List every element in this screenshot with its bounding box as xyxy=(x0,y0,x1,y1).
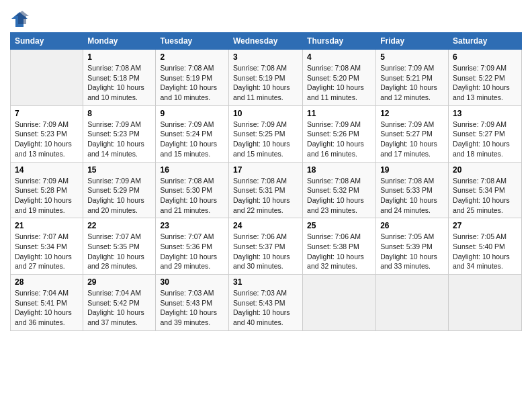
day-cell: 29Sunrise: 7:04 AMSunset: 5:42 PMDayligh… xyxy=(83,275,156,331)
day-number: 9 xyxy=(160,109,224,118)
day-cell: 5Sunrise: 7:09 AMSunset: 5:21 PMDaylight… xyxy=(376,50,449,106)
day-number: 21 xyxy=(15,221,79,230)
day-cell: 12Sunrise: 7:09 AMSunset: 5:27 PMDayligh… xyxy=(376,105,449,162)
day-number: 23 xyxy=(160,221,224,230)
day-number: 26 xyxy=(380,221,444,230)
day-info: Sunrise: 7:09 AMSunset: 5:27 PMDaylight:… xyxy=(453,120,517,159)
day-info: Sunrise: 7:07 AMSunset: 5:36 PMDaylight:… xyxy=(160,232,224,271)
day-number: 14 xyxy=(15,165,79,175)
day-cell: 17Sunrise: 7:08 AMSunset: 5:31 PMDayligh… xyxy=(228,162,302,218)
day-number: 7 xyxy=(15,109,79,118)
day-info: Sunrise: 7:09 AMSunset: 5:26 PMDaylight:… xyxy=(307,120,371,159)
day-info: Sunrise: 7:08 AMSunset: 5:18 PMDaylight:… xyxy=(87,63,151,103)
day-number: 6 xyxy=(453,52,517,62)
day-cell: 18Sunrise: 7:08 AMSunset: 5:32 PMDayligh… xyxy=(303,162,376,218)
day-number: 27 xyxy=(453,221,517,230)
day-info: Sunrise: 7:08 AMSunset: 5:32 PMDaylight:… xyxy=(307,176,371,216)
day-number: 15 xyxy=(87,165,151,175)
logo-icon xyxy=(10,9,29,28)
col-header-wednesday: Wednesday xyxy=(228,33,302,50)
day-info: Sunrise: 7:04 AMSunset: 5:41 PMDaylight:… xyxy=(15,288,79,328)
day-cell: 6Sunrise: 7:09 AMSunset: 5:22 PMDaylight… xyxy=(449,50,522,106)
day-cell: 25Sunrise: 7:06 AMSunset: 5:38 PMDayligh… xyxy=(303,218,376,275)
day-info: Sunrise: 7:04 AMSunset: 5:42 PMDaylight:… xyxy=(87,288,151,328)
day-cell: 3Sunrise: 7:08 AMSunset: 5:19 PMDaylight… xyxy=(228,50,302,106)
day-cell: 20Sunrise: 7:08 AMSunset: 5:34 PMDayligh… xyxy=(449,162,522,218)
day-info: Sunrise: 7:03 AMSunset: 5:43 PMDaylight:… xyxy=(160,288,224,328)
day-info: Sunrise: 7:09 AMSunset: 5:22 PMDaylight:… xyxy=(453,63,517,103)
day-number: 10 xyxy=(233,109,298,118)
day-number: 3 xyxy=(233,52,298,62)
day-cell: 7Sunrise: 7:09 AMSunset: 5:23 PMDaylight… xyxy=(11,105,83,162)
day-info: Sunrise: 7:08 AMSunset: 5:33 PMDaylight:… xyxy=(380,176,444,216)
day-number: 30 xyxy=(160,277,224,287)
day-cell: 24Sunrise: 7:06 AMSunset: 5:37 PMDayligh… xyxy=(228,218,302,275)
day-cell: 26Sunrise: 7:05 AMSunset: 5:39 PMDayligh… xyxy=(376,218,449,275)
day-number: 17 xyxy=(233,165,298,175)
col-header-sunday: Sunday xyxy=(11,33,83,50)
day-number: 24 xyxy=(233,221,298,230)
day-info: Sunrise: 7:06 AMSunset: 5:37 PMDaylight:… xyxy=(233,232,298,271)
day-cell xyxy=(449,275,522,331)
day-cell: 10Sunrise: 7:09 AMSunset: 5:25 PMDayligh… xyxy=(228,105,302,162)
day-number: 2 xyxy=(160,52,224,62)
day-cell: 2Sunrise: 7:08 AMSunset: 5:19 PMDaylight… xyxy=(156,50,229,106)
day-cell: 13Sunrise: 7:09 AMSunset: 5:27 PMDayligh… xyxy=(449,105,522,162)
week-row-4: 21Sunrise: 7:07 AMSunset: 5:34 PMDayligh… xyxy=(11,218,522,275)
day-number: 28 xyxy=(15,277,79,287)
day-info: Sunrise: 7:09 AMSunset: 5:28 PMDaylight:… xyxy=(15,176,79,216)
day-info: Sunrise: 7:03 AMSunset: 5:43 PMDaylight:… xyxy=(233,288,298,328)
day-cell: 27Sunrise: 7:05 AMSunset: 5:40 PMDayligh… xyxy=(449,218,522,275)
day-info: Sunrise: 7:09 AMSunset: 5:27 PMDaylight:… xyxy=(380,120,444,159)
day-cell xyxy=(376,275,449,331)
day-number: 11 xyxy=(307,109,371,118)
day-cell: 14Sunrise: 7:09 AMSunset: 5:28 PMDayligh… xyxy=(11,162,83,218)
day-number: 1 xyxy=(87,52,151,62)
day-number: 22 xyxy=(87,221,151,230)
day-number: 19 xyxy=(380,165,444,175)
day-info: Sunrise: 7:09 AMSunset: 5:23 PMDaylight:… xyxy=(87,120,151,159)
day-info: Sunrise: 7:09 AMSunset: 5:24 PMDaylight:… xyxy=(160,120,224,159)
day-number: 8 xyxy=(87,109,151,118)
day-info: Sunrise: 7:08 AMSunset: 5:30 PMDaylight:… xyxy=(160,176,224,216)
day-cell: 23Sunrise: 7:07 AMSunset: 5:36 PMDayligh… xyxy=(156,218,229,275)
day-info: Sunrise: 7:09 AMSunset: 5:25 PMDaylight:… xyxy=(233,120,298,159)
day-number: 16 xyxy=(160,165,224,175)
week-row-1: 1Sunrise: 7:08 AMSunset: 5:18 PMDaylight… xyxy=(11,50,522,106)
col-header-saturday: Saturday xyxy=(449,33,522,50)
day-info: Sunrise: 7:06 AMSunset: 5:38 PMDaylight:… xyxy=(307,232,371,271)
day-cell: 22Sunrise: 7:07 AMSunset: 5:35 PMDayligh… xyxy=(83,218,156,275)
day-info: Sunrise: 7:09 AMSunset: 5:29 PMDaylight:… xyxy=(87,176,151,216)
week-row-2: 7Sunrise: 7:09 AMSunset: 5:23 PMDaylight… xyxy=(11,105,522,162)
day-cell xyxy=(303,275,376,331)
day-info: Sunrise: 7:05 AMSunset: 5:40 PMDaylight:… xyxy=(453,232,517,271)
calendar-table: SundayMondayTuesdayWednesdayThursdayFrid… xyxy=(10,32,522,331)
col-header-monday: Monday xyxy=(83,33,156,50)
day-number: 13 xyxy=(453,109,517,118)
day-number: 20 xyxy=(453,165,517,175)
day-cell: 31Sunrise: 7:03 AMSunset: 5:43 PMDayligh… xyxy=(228,275,302,331)
day-cell: 8Sunrise: 7:09 AMSunset: 5:23 PMDaylight… xyxy=(83,105,156,162)
day-cell: 16Sunrise: 7:08 AMSunset: 5:30 PMDayligh… xyxy=(156,162,229,218)
day-info: Sunrise: 7:09 AMSunset: 5:21 PMDaylight:… xyxy=(380,63,444,103)
logo xyxy=(10,9,30,28)
day-number: 4 xyxy=(307,52,371,62)
week-row-3: 14Sunrise: 7:09 AMSunset: 5:28 PMDayligh… xyxy=(11,162,522,218)
day-cell: 30Sunrise: 7:03 AMSunset: 5:43 PMDayligh… xyxy=(156,275,229,331)
day-cell: 9Sunrise: 7:09 AMSunset: 5:24 PMDaylight… xyxy=(156,105,229,162)
header xyxy=(10,7,522,28)
day-info: Sunrise: 7:08 AMSunset: 5:31 PMDaylight:… xyxy=(233,176,298,216)
day-info: Sunrise: 7:08 AMSunset: 5:34 PMDaylight:… xyxy=(453,176,517,216)
day-cell xyxy=(11,50,83,106)
day-cell: 4Sunrise: 7:08 AMSunset: 5:20 PMDaylight… xyxy=(303,50,376,106)
day-cell: 28Sunrise: 7:04 AMSunset: 5:41 PMDayligh… xyxy=(11,275,83,331)
col-header-friday: Friday xyxy=(376,33,449,50)
day-number: 5 xyxy=(380,52,444,62)
col-header-thursday: Thursday xyxy=(303,33,376,50)
day-info: Sunrise: 7:08 AMSunset: 5:19 PMDaylight:… xyxy=(233,63,298,103)
day-number: 31 xyxy=(233,277,298,287)
day-number: 29 xyxy=(87,277,151,287)
day-number: 18 xyxy=(307,165,371,175)
main-container: SundayMondayTuesdayWednesdayThursdayFrid… xyxy=(0,0,532,338)
day-cell: 1Sunrise: 7:08 AMSunset: 5:18 PMDaylight… xyxy=(83,50,156,106)
